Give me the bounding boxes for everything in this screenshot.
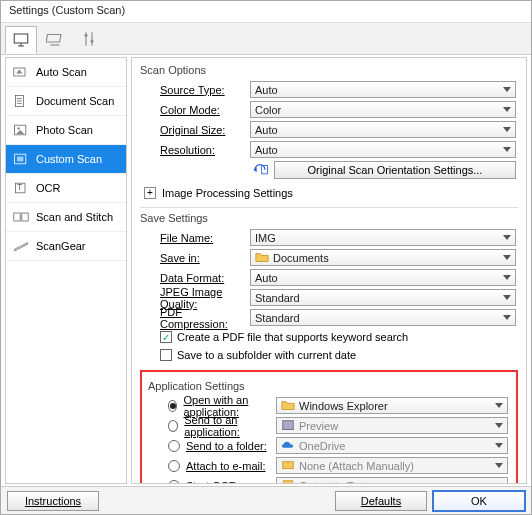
plus-icon: +	[144, 187, 156, 199]
radio-icon	[168, 460, 180, 472]
sidebar-item-scangear[interactable]: ScanGear	[6, 232, 126, 261]
svg-rect-28	[284, 481, 293, 484]
svg-point-7	[85, 33, 88, 36]
pdf-compression-label: PDF Compression:	[140, 306, 250, 330]
original-size-label: Original Size:	[140, 124, 250, 136]
sidebar-item-photo-scan[interactable]: Photo Scan	[6, 116, 126, 145]
row-email: Attach to e-mail: None (Attach Manually)	[148, 456, 510, 475]
save-in-select[interactable]: Documents	[250, 249, 516, 266]
scangear-icon	[12, 238, 30, 254]
toolbar	[1, 23, 531, 55]
application-settings-section: Application Settings Open with an applic…	[140, 370, 518, 484]
instructions-button[interactable]: Instructions	[7, 491, 99, 511]
sidebar: Auto Scan Document Scan Photo Scan Custo…	[5, 57, 127, 484]
stitch-icon	[12, 209, 30, 225]
svg-point-8	[91, 39, 94, 42]
email-select[interactable]: None (Attach Manually)	[276, 457, 508, 474]
ok-button[interactable]: OK	[433, 491, 525, 511]
sidebar-item-scan-stitch[interactable]: Scan and Stitch	[6, 203, 126, 232]
data-format-select[interactable]: Auto	[250, 269, 516, 286]
svg-rect-23	[22, 213, 28, 221]
checkbox-unchecked-icon	[160, 349, 172, 361]
image-processing-expand[interactable]: + Image Processing Settings	[140, 183, 518, 203]
sidebar-item-custom-scan[interactable]: Custom Scan	[6, 145, 126, 174]
separator	[140, 207, 518, 208]
keyword-pdf-label: Create a PDF file that supports keyword …	[177, 331, 408, 343]
folder-icon	[255, 252, 269, 264]
photo-icon	[12, 122, 30, 138]
resolution-select[interactable]: Auto	[250, 141, 516, 158]
sidebar-item-auto-scan[interactable]: Auto Scan	[6, 58, 126, 87]
row-open-with: Open with an application: Windows Explor…	[148, 396, 510, 415]
row-save-in: Save in: Documents	[140, 248, 518, 267]
open-with-select[interactable]: Windows Explorer	[276, 397, 508, 414]
row-orientation: Original Scan Orientation Settings...	[140, 160, 518, 179]
mail-icon	[281, 460, 295, 472]
tab-general-settings[interactable]	[73, 25, 105, 53]
orientation-settings-button[interactable]: Original Scan Orientation Settings...	[274, 161, 516, 179]
onedrive-icon	[281, 440, 295, 452]
send-app-option[interactable]: Send to an application:	[148, 414, 276, 438]
window-title: Settings (Custom Scan)	[1, 1, 531, 23]
svg-rect-26	[283, 421, 294, 430]
content-panel[interactable]: Scan Options Source Type: Auto Color Mod…	[131, 57, 527, 484]
color-mode-select[interactable]: Color	[250, 101, 516, 118]
file-name-label: File Name:	[140, 232, 250, 244]
row-send-app: Send to an application: Preview	[148, 416, 510, 435]
scanner-icon	[46, 30, 64, 48]
ocr-icon: T	[12, 180, 30, 196]
send-folder-option[interactable]: Send to a folder:	[148, 440, 276, 452]
row-source-type: Source Type: Auto	[140, 80, 518, 99]
sidebar-item-label: Scan and Stitch	[36, 211, 113, 223]
svg-rect-0	[14, 34, 28, 43]
tab-scan-from-panel[interactable]	[39, 25, 71, 53]
tab-scan-from-computer[interactable]	[5, 26, 37, 54]
source-type-select[interactable]: Auto	[250, 81, 516, 98]
ocr-option[interactable]: Start OCR:	[148, 480, 276, 485]
monitor-icon	[12, 31, 30, 49]
row-subfolder[interactable]: Save to a subfolder with current date	[140, 346, 518, 364]
defaults-button[interactable]: Defaults	[335, 491, 427, 511]
row-color-mode: Color Mode: Color	[140, 100, 518, 119]
tools-icon	[80, 30, 98, 48]
pdf-compression-select[interactable]: Standard	[250, 309, 516, 326]
row-keyword-pdf[interactable]: ✓ Create a PDF file that supports keywor…	[140, 328, 518, 346]
save-in-label: Save in:	[140, 252, 250, 264]
sidebar-item-label: Photo Scan	[36, 124, 93, 136]
sidebar-item-label: ScanGear	[36, 240, 86, 252]
document-icon	[12, 93, 30, 109]
text-icon	[281, 480, 295, 485]
row-send-folder: Send to a folder: OneDrive	[148, 436, 510, 455]
file-name-select[interactable]: IMG	[250, 229, 516, 246]
ocr-select[interactable]: Output to Text	[276, 477, 508, 484]
source-type-label: Source Type:	[140, 84, 250, 96]
sidebar-item-label: Document Scan	[36, 95, 114, 107]
color-mode-label: Color Mode:	[140, 104, 250, 116]
sidebar-item-document-scan[interactable]: Document Scan	[6, 87, 126, 116]
svg-text:T: T	[17, 182, 23, 192]
sidebar-item-ocr[interactable]: T OCR	[6, 174, 126, 203]
scan-options-title: Scan Options	[140, 64, 518, 76]
row-resolution: Resolution: Auto	[140, 140, 518, 159]
send-app-select[interactable]: Preview	[276, 417, 508, 434]
svg-rect-3	[46, 34, 61, 42]
svg-rect-19	[17, 157, 23, 162]
radio-checked-icon	[168, 400, 177, 412]
jpeg-quality-select[interactable]: Standard	[250, 289, 516, 306]
original-size-select[interactable]: Auto	[250, 121, 516, 138]
preview-icon	[281, 420, 295, 432]
email-option[interactable]: Attach to e-mail:	[148, 460, 276, 472]
main-area: Auto Scan Document Scan Photo Scan Custo…	[1, 55, 531, 486]
row-pdf-compression: PDF Compression: Standard	[140, 308, 518, 327]
row-data-format: Data Format: Auto	[140, 268, 518, 287]
sidebar-item-label: Auto Scan	[36, 66, 87, 78]
radio-icon	[168, 440, 180, 452]
data-format-label: Data Format:	[140, 272, 250, 284]
svg-rect-22	[14, 213, 20, 221]
row-original-size: Original Size: Auto	[140, 120, 518, 139]
svg-point-16	[17, 127, 19, 129]
radio-icon	[168, 420, 178, 432]
svg-marker-10	[16, 70, 22, 74]
auto-icon	[12, 64, 30, 80]
send-folder-select[interactable]: OneDrive	[276, 437, 508, 454]
